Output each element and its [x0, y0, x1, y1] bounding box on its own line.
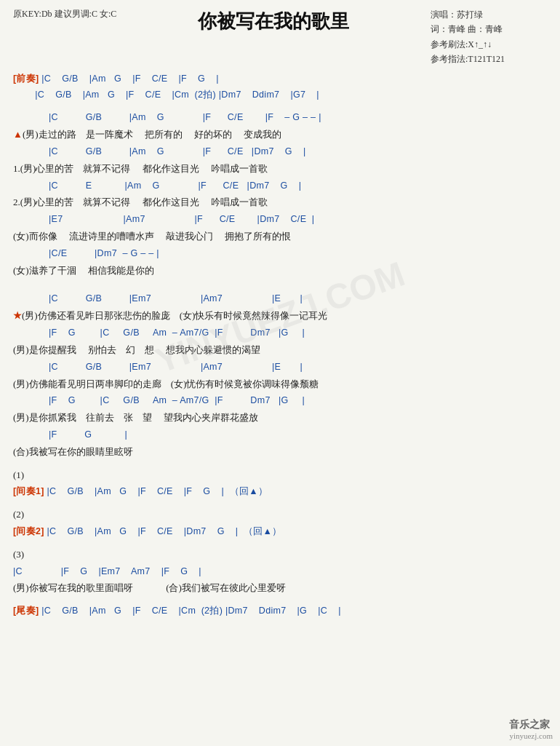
header: 原KEY:Db 建议男调:C 女:C 你被写在我的歌里 演唱：苏打绿 词：青峰 … — [13, 7, 547, 67]
lyric-line: (女)而你像 流进诗里的嘈嘈水声 敲进我心门 拥抱了所有的恨 — [13, 229, 547, 245]
chord-line: |C G/B |Am G |F C/E |Dm7 G | — [13, 144, 547, 160]
blank-line — [13, 501, 547, 507]
chord-line: |C |F G |Em7 Am7 |F G | — [13, 564, 547, 580]
page: YINYUEZJ.COM 原KEY:Db 建议男调:C 女:C 你被写在我的歌里… — [0, 0, 560, 635]
blank-line — [13, 285, 547, 291]
lyric-line: (男)是你抓紧我 往前去 张 望 望我内心夹岸群花盛放 — [13, 410, 547, 426]
chord-line: |C G/B |Am G |F C/E |F – G – – | — [13, 110, 547, 126]
chord-line: |C G/B |Em7 |Am7 |E | — [13, 360, 547, 376]
song-title: 你被写在我的歌里 — [116, 7, 431, 34]
key-info: 原KEY:Db 建议男调:C 女:C — [13, 7, 116, 21]
blank-line — [13, 541, 547, 547]
blank-line — [13, 461, 547, 467]
credits: 词：青峰 曲：青峰 — [431, 22, 547, 36]
chord-line: [间奏1] |C G/B |Am G |F C/E |F G | （回▲） — [13, 484, 547, 500]
chord-line: |F G |C G/B Am – Am7/G |F Dm7 |G | — [13, 325, 547, 341]
lyric-line: (男)是你提醒我 别怕去 幻 想 想我内心躲避惯的渴望 — [13, 342, 547, 359]
chord-line: |E7 |Am7 |F C/E |Dm7 C/E | — [13, 212, 547, 228]
chord-line: |C G/B |Am G |F C/E |Cm (2拍) |Dm7 Ddim7 … — [13, 87, 547, 103]
credits-block: 演唱：苏打绿 词：青峰 曲：青峰 参考刷法:X↑_↑↓ 参考指法:T121T12… — [431, 7, 547, 67]
lyric-line: (男)仿佛能看见明日两串脚印的走廊 (女)忧伤有时候竟被你调味得像颓糖 — [13, 376, 547, 393]
lyric-line: (1) — [13, 467, 547, 484]
blank-line — [13, 598, 547, 603]
content-area: [前奏] |C G/B |Am G |F C/E |F G | |C G/B |… — [13, 71, 547, 620]
lyric-line: ★(男)仿佛还看见昨日那张悲伤的脸庞 (女)快乐有时候竟然辣得像一记耳光 — [13, 308, 547, 325]
chord-line: [尾奏] |C G/B |Am G |F C/E |Cm (2拍) |Dm7 D… — [13, 603, 547, 619]
ref-fingering: 参考指法:T121T121 — [431, 52, 547, 66]
lyric-line: (男)你被写在我的歌里面唱呀 (合)我们被写在彼此心里爱呀 — [13, 580, 547, 597]
chord-line: [前奏] |C G/B |Am G |F C/E |F G | — [13, 71, 547, 87]
lyric-line: ▲(男)走过的路 是一阵魔术 把所有的 好的坏的 变成我的 — [13, 127, 547, 143]
chord-line: [间奏2] |C G/B |Am G |F C/E |Dm7 G | （回▲） — [13, 524, 547, 540]
lyric-line: (女)滋养了干涸 相信我能是你的 — [13, 263, 547, 279]
chord-line: |F G |C G/B Am – Am7/G |F Dm7 |G | — [13, 393, 547, 409]
lyric-line: (合)我被写在你的眼睛里眩呀 — [13, 444, 547, 461]
chord-line: |F G | — [13, 427, 547, 443]
chord-line: |C/E |Dm7 – G – – | — [13, 246, 547, 262]
lyric-line: (2) — [13, 507, 547, 523]
lyric-line: 2.(男)心里的苦 就算不记得 都化作这目光 吟唱成一首歌 — [13, 194, 547, 211]
singer: 演唱：苏打绿 — [431, 7, 547, 22]
lyric-line: (3) — [13, 547, 547, 563]
chord-line: |C G/B |Em7 |Am7 |E | — [13, 291, 547, 307]
chord-line: |C E |Am G |F C/E |Dm7 G | — [13, 178, 547, 194]
brand-label: 音乐之家 yinyuezj.com — [509, 718, 553, 740]
ref-method: 参考刷法:X↑_↑↓ — [431, 37, 547, 52]
blank-line — [13, 104, 547, 110]
blank-line — [13, 279, 547, 285]
lyric-line: 1.(男)心里的苦 就算不记得 都化作这目光 吟唱成一首歌 — [13, 161, 547, 178]
